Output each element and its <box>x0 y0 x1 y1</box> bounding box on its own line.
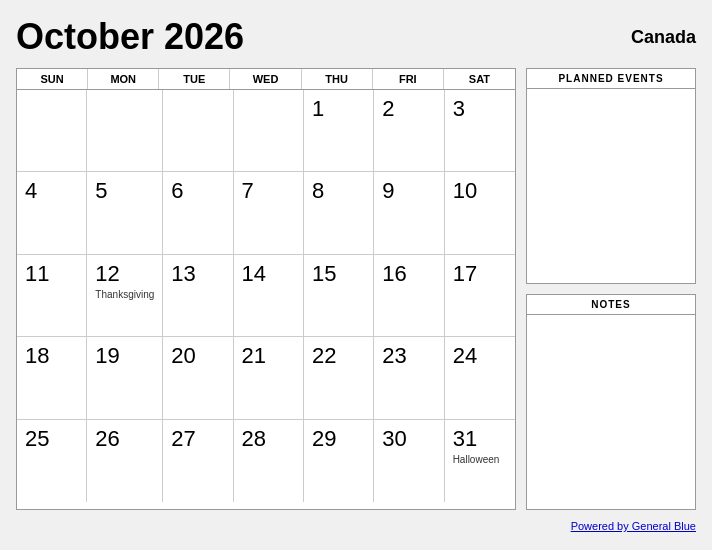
day-cell: 8 <box>304 172 374 254</box>
day-number: 30 <box>382 426 406 451</box>
day-number: 1 <box>312 96 324 121</box>
day-cell: 18 <box>17 337 87 419</box>
day-number: 2 <box>382 96 394 121</box>
day-number: 10 <box>453 178 477 203</box>
day-number: 17 <box>453 261 477 286</box>
day-cell <box>163 90 233 172</box>
day-cell: 24 <box>445 337 515 419</box>
day-cell: 17 <box>445 255 515 337</box>
day-cell: 28 <box>234 420 304 502</box>
day-cell: 7 <box>234 172 304 254</box>
day-header-fri: FRI <box>373 69 444 89</box>
day-number: 25 <box>25 426 49 451</box>
day-cell: 5 <box>87 172 163 254</box>
day-number: 11 <box>25 261 49 286</box>
notes-title: NOTES <box>527 295 695 315</box>
day-cell <box>87 90 163 172</box>
day-cell: 2 <box>374 90 444 172</box>
day-cell: 4 <box>17 172 87 254</box>
day-number: 28 <box>242 426 266 451</box>
planned-events-box: PLANNED EVENTS <box>526 68 696 284</box>
notes-content <box>527 315 695 509</box>
day-cell: 9 <box>374 172 444 254</box>
day-cell <box>234 90 304 172</box>
calendar-grid: 123456789101112Thanksgiving1314151617181… <box>17 90 515 502</box>
day-number: 23 <box>382 343 406 368</box>
sidebar: PLANNED EVENTS NOTES <box>526 68 696 510</box>
day-cell: 25 <box>17 420 87 502</box>
day-header-wed: WED <box>230 69 301 89</box>
day-cell: 6 <box>163 172 233 254</box>
day-number: 14 <box>242 261 266 286</box>
day-number: 27 <box>171 426 195 451</box>
day-number: 12 <box>95 261 119 286</box>
country-label: Canada <box>631 27 696 48</box>
day-number: 21 <box>242 343 266 368</box>
day-cell: 13 <box>163 255 233 337</box>
day-cell: 31Halloween <box>445 420 515 502</box>
day-header-sat: SAT <box>444 69 515 89</box>
day-number: 26 <box>95 426 119 451</box>
main-content: SUNMONTUEWEDTHUFRISAT 123456789101112Tha… <box>16 68 696 510</box>
day-cell: 3 <box>445 90 515 172</box>
day-number: 15 <box>312 261 336 286</box>
day-number: 8 <box>312 178 324 203</box>
day-cell: 22 <box>304 337 374 419</box>
day-cell <box>17 90 87 172</box>
day-cell: 1 <box>304 90 374 172</box>
footer-link[interactable]: Powered by General Blue <box>571 520 696 532</box>
day-cell: 12Thanksgiving <box>87 255 163 337</box>
day-number: 22 <box>312 343 336 368</box>
day-headers: SUNMONTUEWEDTHUFRISAT <box>17 69 515 90</box>
day-event: Halloween <box>453 454 507 465</box>
calendar: SUNMONTUEWEDTHUFRISAT 123456789101112Tha… <box>16 68 516 510</box>
day-cell: 23 <box>374 337 444 419</box>
day-event: Thanksgiving <box>95 289 154 300</box>
day-number: 6 <box>171 178 183 203</box>
day-cell: 29 <box>304 420 374 502</box>
day-number: 31 <box>453 426 477 451</box>
day-cell: 27 <box>163 420 233 502</box>
day-cell: 20 <box>163 337 233 419</box>
day-cell: 15 <box>304 255 374 337</box>
day-number: 20 <box>171 343 195 368</box>
day-cell: 26 <box>87 420 163 502</box>
planned-events-title: PLANNED EVENTS <box>527 69 695 89</box>
day-number: 24 <box>453 343 477 368</box>
day-number: 7 <box>242 178 254 203</box>
notes-box: NOTES <box>526 294 696 510</box>
day-cell: 30 <box>374 420 444 502</box>
day-number: 5 <box>95 178 107 203</box>
day-cell: 10 <box>445 172 515 254</box>
footer: Powered by General Blue <box>16 516 696 534</box>
day-number: 16 <box>382 261 406 286</box>
day-cell: 19 <box>87 337 163 419</box>
day-cell: 11 <box>17 255 87 337</box>
day-header-tue: TUE <box>159 69 230 89</box>
month-title: October 2026 <box>16 16 244 58</box>
day-number: 29 <box>312 426 336 451</box>
day-cell: 21 <box>234 337 304 419</box>
day-cell: 16 <box>374 255 444 337</box>
day-cell: 14 <box>234 255 304 337</box>
day-number: 18 <box>25 343 49 368</box>
day-header-mon: MON <box>88 69 159 89</box>
planned-events-content <box>527 89 695 283</box>
day-number: 4 <box>25 178 37 203</box>
day-number: 9 <box>382 178 394 203</box>
day-number: 3 <box>453 96 465 121</box>
day-header-thu: THU <box>302 69 373 89</box>
day-number: 13 <box>171 261 195 286</box>
day-number: 19 <box>95 343 119 368</box>
page-header: October 2026 Canada <box>16 16 696 58</box>
day-header-sun: SUN <box>17 69 88 89</box>
